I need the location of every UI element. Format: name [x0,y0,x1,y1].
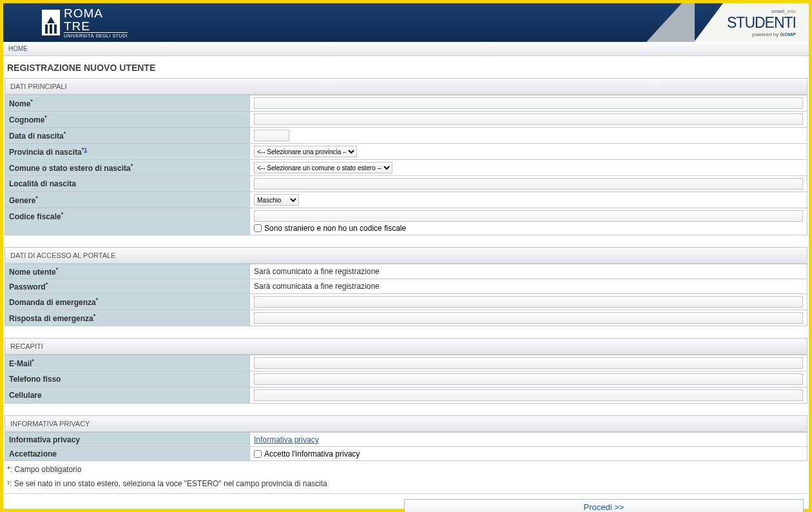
label-info-privacy: Informativa privacy [9,435,80,444]
label-nome: Nome [9,99,30,108]
university-logo: ROMA TRE UNIVERSITÀ DEGLI STUDI [42,7,128,39]
input-telefono[interactable] [254,373,803,385]
section-privacy: INFORMATIVA PRIVACY [5,415,807,432]
logo-subtitle: UNIVERSITÀ DEGLI STUDI [64,32,128,38]
select-comune[interactable]: <-- Selezionare un comune o stato estero… [254,162,392,173]
section-dati-principali: DATI PRINCIPALI [5,78,807,95]
header-bar: ROMA TRE UNIVERSITÀ DEGLI STUDI smart_ed… [3,3,809,42]
form-recapiti: E-Mail* Telefono fisso Cellulare [5,355,807,404]
input-cellulare[interactable] [254,389,803,401]
note-link-1[interactable]: 1 [84,146,87,153]
label-accettazione: Accettazione [9,449,57,458]
app-frame: ROMA TRE UNIVERSITÀ DEGLI STUDI smart_ed… [0,0,812,512]
input-codice-fiscale[interactable] [254,210,803,222]
label-password: Password [9,282,46,291]
section-dati-accesso: DATI DI ACCESSO AL PORTALE [5,247,807,264]
select-genere[interactable]: Maschio [254,194,299,206]
label-codice-fiscale: Codice fiscale [9,212,61,221]
section-recapiti: RECAPITI [5,338,807,355]
input-localita[interactable] [254,178,803,190]
input-email[interactable] [254,357,803,369]
gomp-label: GOMP [780,32,796,37]
msg-password: Sarà comunicata a fine registrazione [254,282,380,291]
label-domanda: Domanda di emergenza [9,298,96,307]
label-cognome: Cognome [9,115,44,124]
label-provincia: Provincia di nascita [9,148,82,157]
breadcrumb-bar: HOME [3,42,809,56]
checkbox-accetto-privacy[interactable] [254,450,262,458]
input-domanda[interactable] [254,296,803,308]
smartedu-text-a: smart [771,8,784,14]
select-provincia[interactable]: <-- Selezionare una provincia --> [254,146,357,157]
label-email: E-Mail [9,359,32,368]
gomp-prefix: powered by [752,32,778,37]
nav-home-link[interactable]: HOME [8,45,28,52]
checkbox-straniero[interactable] [254,224,262,232]
header-right-block: smart_edu STUDENTI powered by GOMP [646,3,809,42]
label-data-nascita: Data di nascita [9,132,64,141]
logo-text-bottom: TRE [64,19,90,33]
input-risposta[interactable] [254,312,803,324]
form-dati-principali: Nome* Cognome* Data di nascita* Provinci… [5,95,807,235]
label-cellulare: Cellulare [9,391,42,400]
link-informativa-privacy[interactable]: Informativa privacy [254,435,319,444]
smartedu-text-b: _edu [784,8,796,14]
proceed-button[interactable]: Procedi >> [404,499,804,512]
label-nome-utente: Nome utente [9,268,56,277]
label-risposta: Risposta di emergenza [9,314,93,323]
input-data-nascita[interactable] [254,130,289,141]
label-straniero: Sono straniero e non ho un codice fiscal… [264,224,406,233]
note-estero: ¹: Se sei nato in uno stato estero, sele… [5,475,807,489]
logo-text-top: ROMA [64,6,103,20]
label-comune: Comune o stato estero di nascita [9,164,131,173]
form-dati-accesso: Nome utente* Sarà comunicato a fine regi… [5,264,807,326]
note-required: *: Campo obbligatorio [5,461,807,475]
form-privacy: Informativa privacy Informativa privacy … [5,432,807,461]
label-genere: Genere [9,196,35,205]
input-cognome[interactable] [254,113,803,125]
page-title: REGISTRAZIONE NUOVO UTENTE [5,59,807,78]
msg-nome-utente: Sarà comunicato a fine registrazione [254,267,380,276]
studenti-label: STUDENTI [727,14,796,32]
label-accetto-privacy: Accetto l'informativa privacy [264,449,360,458]
label-telefono: Telefono fisso [9,375,61,384]
input-nome[interactable] [254,97,803,109]
label-localita: Località di nascita [9,179,76,188]
logo-icon [42,10,60,35]
